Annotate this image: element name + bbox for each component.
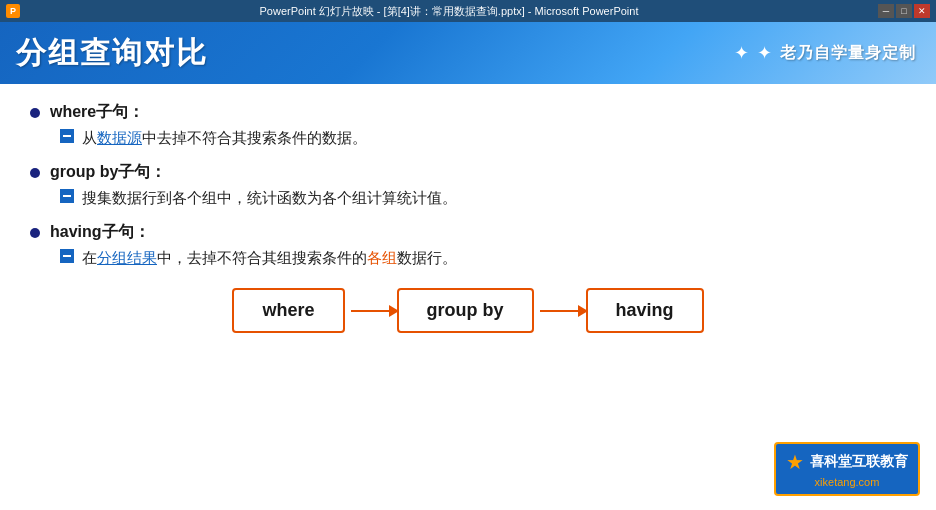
section-where-text: 从数据源中去掉不符合其搜索条件的数据。 xyxy=(82,127,367,148)
flow-box-groupby: group by xyxy=(397,288,534,333)
highlight-eachgroup: 各组 xyxy=(367,249,397,266)
logo-badge: ★ 喜科堂互联教育 xiketang.com xyxy=(774,442,920,496)
logo-url: xiketang.com xyxy=(815,476,880,488)
flow-diagram: where group by having xyxy=(30,288,906,333)
highlight-datasource: 数据源 xyxy=(97,129,142,146)
star-icon-2: ✦ xyxy=(757,42,772,64)
section-having-heading: having子句： xyxy=(50,222,150,243)
arrow-line-2 xyxy=(540,310,580,312)
section-groupby-detail: 搜集数据行到各个组中，统计函数为各个组计算统计值。 xyxy=(60,187,906,208)
close-button[interactable]: ✕ xyxy=(914,4,930,18)
app-icon: P xyxy=(6,4,20,18)
section-groupby-heading: group by子句： xyxy=(50,162,166,183)
detail-icon-having xyxy=(60,249,74,263)
star-icon-1: ✦ xyxy=(734,42,749,64)
section-having-text: 在分组结果中，去掉不符合其组搜索条件的各组数据行。 xyxy=(82,247,457,268)
slide-header: 分组查询对比 ✦ ✦ 老乃自学量身定制 xyxy=(0,22,936,84)
section-where-title-row: where子句： xyxy=(30,102,906,123)
section-groupby-text: 搜集数据行到各个组中，统计函数为各个组计算统计值。 xyxy=(82,187,457,208)
section-groupby-title-row: group by子句： xyxy=(30,162,906,183)
brand-text: 老乃自学量身定制 xyxy=(780,43,916,64)
logo-top: ★ 喜科堂互联教育 xyxy=(786,450,908,474)
title-bar-left: P xyxy=(6,4,20,18)
title-bar: P PowerPoint 幻灯片故映 - [第[4]讲：常用数据查询.pptx]… xyxy=(0,0,936,22)
logo-star-icon: ★ xyxy=(786,450,804,474)
section-where-heading: where子句： xyxy=(50,102,144,123)
title-bar-title: PowerPoint 幻灯片故映 - [第[4]讲：常用数据查询.pptx] -… xyxy=(20,4,878,19)
window-controls[interactable]: ─ □ ✕ xyxy=(878,4,930,18)
section-where: where子句： 从数据源中去掉不符合其搜索条件的数据。 xyxy=(30,102,906,148)
flow-arrow-2 xyxy=(540,310,580,312)
bullet-dot-groupby xyxy=(30,168,40,178)
flow-box-having: having xyxy=(586,288,704,333)
slide-content: where子句： 从数据源中去掉不符合其搜索条件的数据。 group by子句：… xyxy=(0,84,936,343)
arrow-line-1 xyxy=(351,310,391,312)
section-having: having子句： 在分组结果中，去掉不符合其组搜索条件的各组数据行。 xyxy=(30,222,906,268)
maximize-button[interactable]: □ xyxy=(896,4,912,18)
flow-box-where: where xyxy=(232,288,344,333)
section-having-detail: 在分组结果中，去掉不符合其组搜索条件的各组数据行。 xyxy=(60,247,906,268)
logo-name: 喜科堂互联教育 xyxy=(810,453,908,471)
flow-arrow-1 xyxy=(351,310,391,312)
bullet-dot-having xyxy=(30,228,40,238)
slide-title: 分组查询对比 xyxy=(16,33,208,74)
bullet-dot-where xyxy=(30,108,40,118)
header-right: ✦ ✦ 老乃自学量身定制 xyxy=(734,42,916,64)
section-where-detail: 从数据源中去掉不符合其搜索条件的数据。 xyxy=(60,127,906,148)
detail-icon-where xyxy=(60,129,74,143)
slide: 分组查询对比 ✦ ✦ 老乃自学量身定制 where子句： 从数据源中去掉不符合其… xyxy=(0,22,936,510)
section-having-title-row: having子句： xyxy=(30,222,906,243)
highlight-groupresult: 分组结果 xyxy=(97,249,157,266)
minimize-button[interactable]: ─ xyxy=(878,4,894,18)
detail-icon-groupby xyxy=(60,189,74,203)
section-groupby: group by子句： 搜集数据行到各个组中，统计函数为各个组计算统计值。 xyxy=(30,162,906,208)
